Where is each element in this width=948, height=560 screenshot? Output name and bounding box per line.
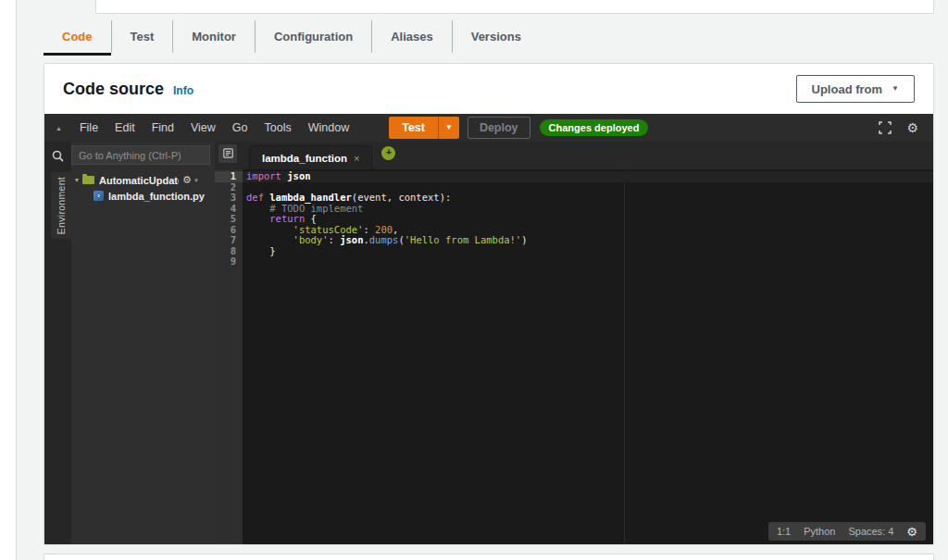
chevron-down-icon: ▼ <box>445 124 453 131</box>
code-token: lambda_handler <box>269 192 352 203</box>
test-button-label: Test <box>389 117 438 139</box>
line-number[interactable]: 4 <box>215 204 243 215</box>
spaces-setting[interactable]: Spaces: 4 <box>848 526 893 537</box>
tab-configuration[interactable]: Configuration <box>256 20 372 53</box>
function-tabs: CodeTestMonitorConfigurationAliasesVersi… <box>44 20 540 53</box>
code-token: } <box>246 245 276 256</box>
code-token: 200 <box>375 224 393 235</box>
code-token: json <box>340 234 363 245</box>
cursor-position[interactable]: 1:1 <box>777 526 791 537</box>
goto-anything-input[interactable] <box>71 145 210 165</box>
page-left-gutter <box>0 0 17 560</box>
tab-aliases[interactable]: Aliases <box>372 20 453 53</box>
tab-lambda-function[interactable]: lambda_function × <box>249 145 372 169</box>
editor-tabbar: lambda_function × + <box>215 142 933 169</box>
line-number-gutter: 123456789 <box>215 169 243 544</box>
tree-settings-button[interactable]: ⚙ ▼ <box>182 174 199 186</box>
tab-monitor[interactable]: Monitor <box>173 20 256 53</box>
code-line-1[interactable]: import json <box>243 171 933 182</box>
tab-test[interactable]: Test <box>112 20 174 53</box>
code-line-9[interactable] <box>243 256 933 268</box>
deploy-button[interactable]: Deploy <box>468 117 530 139</box>
environment-tab[interactable]: Environment <box>51 172 71 239</box>
menu-window[interactable]: Window <box>300 121 357 134</box>
folder-disclosure-icon[interactable]: ▼ <box>71 177 82 183</box>
menu-find[interactable]: Find <box>143 121 182 134</box>
new-tab-button[interactable]: + <box>381 146 395 160</box>
code-line-4[interactable]: # TODO implement <box>243 204 933 215</box>
line-number[interactable]: 7 <box>215 235 243 246</box>
code-token: { <box>305 213 317 224</box>
line-number[interactable]: 1 <box>215 171 243 182</box>
statusbar-settings-gear-icon[interactable]: ⚙ <box>906 525 917 539</box>
code-area[interactable]: 123456789 import jsondef lambda_handler(… <box>215 169 933 544</box>
editor-side-strip: Environment <box>44 142 71 544</box>
chevron-down-icon: ▼ <box>892 85 899 93</box>
code-token <box>246 234 293 245</box>
menu-file[interactable]: File <box>71 121 106 134</box>
code-source-header: Code source Info Upload from ▼ <box>44 64 933 114</box>
file-name: lambda_function.py <box>108 191 205 202</box>
code-token <box>246 213 269 224</box>
line-number[interactable]: 5 <box>215 214 243 225</box>
search-icon[interactable] <box>52 142 64 169</box>
tab-code[interactable]: Code <box>44 20 112 53</box>
info-link[interactable]: Info <box>173 84 193 97</box>
menu-view[interactable]: View <box>182 121 224 134</box>
search-icon-svg <box>52 150 64 162</box>
environment-tab-label: Environment <box>56 177 67 234</box>
tree-folder-row[interactable]: ▼ AutomaticUpdateS ⚙ ▼ <box>71 173 215 187</box>
code-line-7[interactable]: 'body': json.dumps('Hello from Lambda!') <box>243 235 933 246</box>
page-title: Code source <box>63 80 164 99</box>
code-token <box>246 224 293 235</box>
editor-settings-gear-icon[interactable]: ⚙ <box>906 120 918 135</box>
editor-main-pane: lambda_function × + 123456789 import jso… <box>215 142 933 544</box>
python-file-icon: › <box>94 191 104 201</box>
line-number[interactable]: 9 <box>215 256 243 268</box>
code-editor: ▲ FileEditFindViewGoToolsWindow Test ▼ D… <box>44 114 933 544</box>
editor-toolbar: ▲ FileEditFindViewGoToolsWindow Test ▼ D… <box>44 114 933 142</box>
code-token: ) <box>521 234 527 245</box>
chevron-down-icon: ▼ <box>193 178 199 183</box>
code-token: (event, context): <box>352 192 451 203</box>
code-source-card: Code source Info Upload from ▼ ▲ FileEdi… <box>44 63 934 545</box>
upload-from-button[interactable]: Upload from ▼ <box>796 75 915 103</box>
menu-tools[interactable]: Tools <box>256 121 300 134</box>
line-number[interactable]: 8 <box>215 246 243 257</box>
code-line-8[interactable]: } <box>243 246 933 257</box>
code-token: 'Hello from Lambda!' <box>405 234 521 245</box>
tab-list-icon-svg <box>223 148 233 158</box>
test-button[interactable]: Test ▼ <box>389 117 459 139</box>
folder-name: AutomaticUpdateS <box>99 175 179 186</box>
code-token: : <box>329 234 341 245</box>
language-mode[interactable]: Python <box>804 526 835 537</box>
previous-card-edge <box>95 0 934 14</box>
code-token: def <box>246 192 264 203</box>
code-token: import <box>246 170 281 181</box>
editor-body: Environment ▼ AutomaticUpdateS ⚙ ▼ › lam… <box>44 142 933 544</box>
menu-go[interactable]: Go <box>224 121 256 134</box>
tab-name: lambda_function <box>262 153 347 164</box>
fullscreen-icon-svg <box>879 121 892 134</box>
code-pane[interactable]: import jsondef lambda_handler(event, con… <box>243 169 933 544</box>
editor-statusbar: 1:1 Python Spaces: 4 ⚙ <box>768 522 926 541</box>
test-dropdown-button[interactable]: ▼ <box>438 117 459 139</box>
code-token: 'body' <box>293 234 329 245</box>
code-token: : <box>363 224 375 235</box>
code-token: 'statusCode' <box>293 224 364 235</box>
editor-menubar: FileEditFindViewGoToolsWindow <box>71 121 357 134</box>
file-tree-panel: ▼ AutomaticUpdateS ⚙ ▼ › lambda_function… <box>71 142 215 544</box>
line-number[interactable]: 2 <box>215 182 243 193</box>
code-token: dumps <box>369 234 399 245</box>
next-card-edge <box>44 554 934 560</box>
collapse-toolbar-icon[interactable]: ▲ <box>56 125 62 131</box>
tab-versions[interactable]: Versions <box>453 20 540 53</box>
tab-list-icon[interactable] <box>218 144 237 163</box>
menu-edit[interactable]: Edit <box>106 121 143 134</box>
upload-from-label: Upload from <box>812 82 883 96</box>
close-tab-icon[interactable]: × <box>354 153 359 164</box>
fullscreen-icon[interactable] <box>879 121 892 134</box>
tree-file-row[interactable]: › lambda_function.py <box>71 189 215 203</box>
line-number[interactable]: 3 <box>215 193 243 204</box>
line-number[interactable]: 6 <box>215 225 243 236</box>
